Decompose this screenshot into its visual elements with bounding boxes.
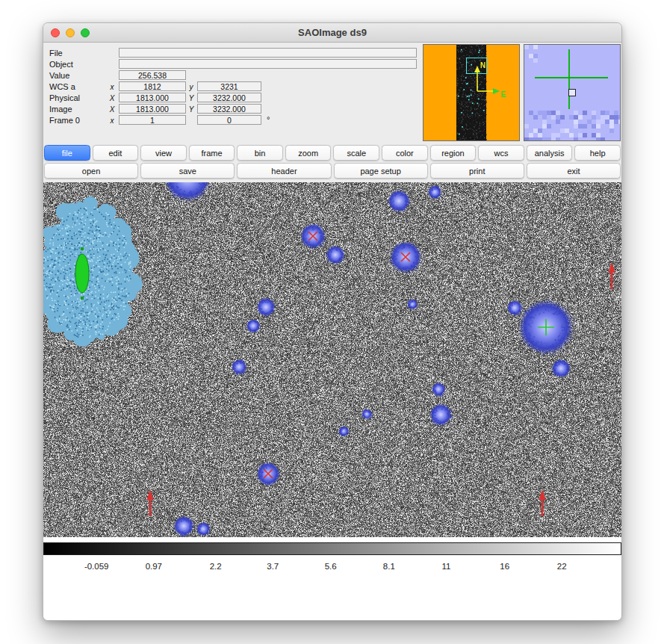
object-field[interactable] [119,59,417,69]
physical-label: Physical [49,93,80,102]
menu-scale[interactable]: scale [333,145,379,161]
close-button[interactable] [51,28,60,37]
menu-edit[interactable]: edit [93,145,139,161]
info-panel: File Object Value 256.538 WCS a x 1812 y… [43,43,621,145]
wcs-y-field[interactable]: 3231 [197,81,261,91]
magnifier-panel[interactable] [524,44,621,141]
ds9-window: SAOImage ds9 File Object Value 256.538 W… [43,22,622,621]
image-y-field[interactable]: 3232.000 [197,104,261,114]
frame-x-label: x [108,117,117,125]
menu-wcs[interactable]: wcs [478,145,524,161]
pixel-value: 256.538 [138,71,167,80]
image-y-label: Y [187,105,196,114]
colorbar-tick: 16 [500,562,509,571]
physical-y-label: Y [187,94,196,102]
menu-bar: file edit view frame bin zoom scale colo… [44,145,621,161]
open-button[interactable]: open [44,163,138,179]
colorbar-tick: 5.6 [325,562,337,571]
colorbar-tick: -0.059 [84,562,109,571]
colorbar-tick: 22 [557,562,567,571]
physical-x-value: 1813.000 [136,93,169,102]
save-button[interactable]: save [140,163,235,179]
image-x-label: X [108,105,117,114]
physical-x-label: X [108,94,117,102]
colorbar-ticks: -0.059 0.97 2.2 3.7 5.6 8.1 11 16 22 [43,562,621,574]
wcs-x-value: 1812 [143,82,161,91]
degree-symbol: ° [267,115,270,124]
image-x-field[interactable]: 1813.000 [119,104,186,114]
panner-canvas[interactable] [423,45,519,140]
colorbar-tick: 3.7 [267,562,279,571]
physical-x-field[interactable]: 1813.000 [119,93,186,102]
colorbar-tick: 0.97 [146,562,162,571]
panner-panel[interactable] [423,44,520,141]
value-label: Value [49,71,69,80]
value-field[interactable]: 256.538 [119,70,186,80]
wcs-y-value: 3231 [220,82,238,91]
menu-bin[interactable]: bin [237,145,283,161]
zoom-button[interactable] [81,28,90,37]
image-display[interactable] [43,182,622,537]
page-setup-button[interactable]: page setup [334,163,428,179]
object-label: Object [49,60,73,69]
traffic-lights [51,28,90,37]
main-image-canvas[interactable] [43,182,622,537]
print-button[interactable]: print [430,163,524,179]
frame-zoom-value: 1 [150,116,155,125]
physical-y-field[interactable]: 3232.000 [197,93,261,102]
colorbar-tick: 8.1 [383,562,395,571]
desktop: SAOImage ds9 File Object Value 256.538 W… [0,0,664,644]
minimize-button[interactable] [66,28,75,37]
colorbar-gradient[interactable] [43,542,621,555]
frame-rotation-value: 0 [227,116,232,125]
file-action-bar: open save header page setup print exit [44,163,621,179]
menu-region[interactable]: region [430,145,477,161]
header-button[interactable]: header [237,163,331,179]
wcs-x-label: x [108,83,117,91]
magnifier-canvas[interactable] [524,45,620,140]
image-y-value: 3232.000 [213,105,246,114]
physical-y-value: 3232.000 [213,93,246,102]
window-title: SAOImage ds9 [298,27,367,38]
menu-analysis[interactable]: analysis [527,145,573,161]
menu-zoom[interactable]: zoom [285,145,332,161]
menu-help[interactable]: help [574,145,621,161]
menu-frame[interactable]: frame [189,145,235,161]
menu-color[interactable]: color [382,145,428,161]
title-bar[interactable]: SAOImage ds9 [43,23,621,43]
menu-file[interactable]: file [44,145,90,161]
wcs-label: WCS a [49,82,75,91]
frame-rotation-field[interactable]: 0 [197,115,261,125]
colorbar-section: -0.059 0.97 2.2 3.7 5.6 8.1 11 16 22 [43,537,621,621]
file-label: File [49,49,63,58]
wcs-x-field[interactable]: 1812 [119,81,186,91]
image-x-value: 1813.000 [136,105,169,114]
wcs-y-label: y [187,83,196,91]
menu-view[interactable]: view [140,145,187,161]
image-label: Image [49,105,72,114]
frame-zoom-field[interactable]: 1 [119,115,186,125]
colorbar-tick: 2.2 [210,562,222,571]
colorbar-tick: 11 [441,562,450,571]
exit-button[interactable]: exit [527,163,621,179]
file-field[interactable] [119,48,417,58]
frame-label: Frame 0 [49,116,80,125]
